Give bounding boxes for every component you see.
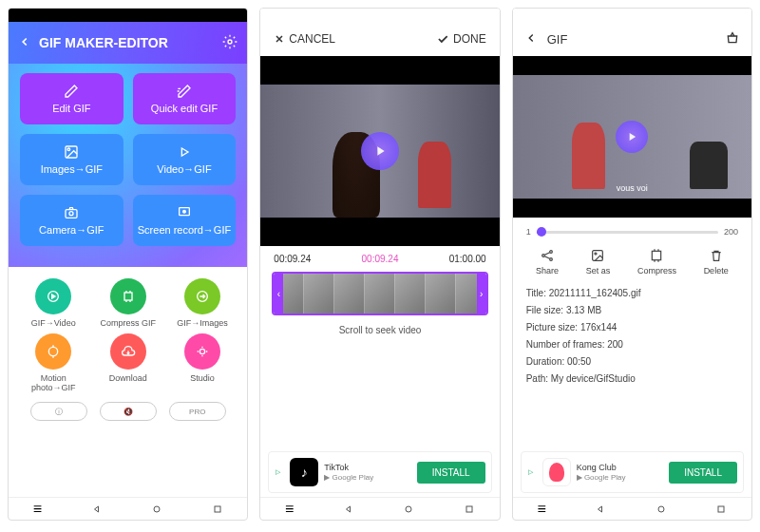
compress-button[interactable]: Compress [637, 248, 676, 276]
nav-recent-icon[interactable] [464, 504, 475, 515]
ad-install-button[interactable]: INSTALL [417, 462, 485, 484]
svg-point-0 [228, 40, 232, 44]
camera-label: Camera→GIF [39, 224, 104, 236]
settings-icon[interactable] [222, 34, 238, 52]
info-title: 20211111_162405.gif [549, 288, 641, 298]
scroll-hint: Scroll to seek video [260, 315, 499, 345]
video-frame[interactable] [260, 85, 499, 218]
status-bar [513, 9, 751, 22]
svg-point-17 [406, 506, 411, 512]
info-path: My device/GifStudio [551, 373, 636, 384]
play-button[interactable] [361, 132, 399, 170]
nav-home-icon[interactable] [403, 504, 414, 515]
trim-handle-left[interactable]: ‹ [274, 274, 283, 314]
nav-back-icon[interactable] [595, 504, 606, 515]
nav-menu-icon[interactable]: ≡ [285, 501, 294, 518]
timeline-strip[interactable]: ‹ › [272, 272, 487, 315]
cancel-button[interactable]: CANCEL [274, 32, 335, 46]
camera-to-gif-button[interactable]: Camera→GIF [20, 195, 124, 246]
app-header: GIF MAKER-EDITOR [9, 22, 247, 64]
share-button[interactable]: Share [536, 248, 559, 276]
android-nav: ≡ [9, 497, 247, 520]
info-size: 3.13 MB [566, 305, 601, 315]
svg-rect-27 [718, 506, 724, 512]
ad-app-icon [542, 458, 571, 486]
svg-point-5 [69, 212, 73, 216]
studio-button[interactable]: Studio [169, 333, 236, 392]
gif-to-images-button[interactable]: GIF→Images [169, 278, 236, 328]
download-icon [121, 344, 136, 359]
back-icon[interactable] [18, 35, 31, 51]
screen-record-button[interactable]: Screen record→GIF [133, 195, 237, 246]
frame-slider[interactable]: 1 200 [513, 218, 751, 240]
nav-recent-icon[interactable] [212, 504, 223, 515]
action-row: Share Set as Compress Delete [513, 240, 751, 283]
screen-label: Screen record→GIF [138, 224, 231, 236]
gif-to-video-button[interactable]: GIF→Video [20, 278, 86, 328]
detail-title: GIF [547, 32, 725, 47]
nav-recent-icon[interactable] [715, 504, 727, 515]
svg-point-24 [595, 253, 597, 255]
download-button[interactable]: Download [95, 333, 162, 392]
svg-point-20 [542, 255, 545, 257]
delete-button[interactable]: Delete [704, 248, 729, 276]
start-time: 00:09.24 [274, 254, 311, 264]
nav-menu-icon[interactable]: ≡ [33, 501, 42, 518]
pencil-icon [64, 84, 79, 99]
svg-marker-19 [630, 133, 636, 141]
ad-install-button[interactable]: INSTALL [669, 462, 737, 484]
setas-button[interactable]: Set as [586, 248, 611, 276]
edit-gif-button[interactable]: Edit GIF [20, 73, 124, 124]
images-to-gif-button[interactable]: Images→GIF [20, 134, 124, 185]
time-labels: 00:09.24 00:09.24 01:00.00 [260, 246, 499, 272]
ad-banner[interactable]: ▷ ♪ TikTok▶ Google Play INSTALL [268, 451, 491, 493]
gif-frame[interactable]: vous voi [513, 75, 751, 199]
svg-marker-3 [181, 148, 188, 156]
svg-rect-15 [215, 506, 220, 512]
android-nav: ≡ [513, 497, 751, 520]
trim-handle-right[interactable]: › [477, 274, 486, 314]
nav-home-icon[interactable] [151, 504, 162, 515]
status-bar [260, 9, 499, 22]
nav-home-icon[interactable] [656, 504, 667, 515]
image-icon [590, 248, 605, 263]
convert-icon [46, 289, 61, 304]
detail-header: GIF [513, 22, 751, 56]
back-icon[interactable] [524, 31, 538, 48]
main-tiles: Edit GIF Quick edit GIF Images→GIF Video… [9, 64, 247, 267]
image-icon [64, 144, 79, 160]
nav-menu-icon[interactable]: ≡ [537, 501, 545, 518]
video-caption: vous voi [617, 183, 648, 193]
compress-gif-button[interactable]: Compress GIF [95, 278, 162, 328]
compress-icon [649, 248, 664, 263]
quick-edit-button[interactable]: Quick edit GIF [133, 73, 237, 124]
trim-header: CANCEL DONE [260, 22, 499, 56]
svg-point-2 [67, 148, 70, 151]
slider-track[interactable] [537, 231, 718, 234]
ad-badge-icon: ▷ [275, 468, 284, 476]
info-pill[interactable]: ⓘ [30, 402, 87, 421]
svg-marker-9 [52, 294, 55, 298]
ad-banner[interactable]: ▷ Kong Club▶ Google Play INSTALL [521, 451, 744, 493]
images-label: Images→GIF [41, 163, 103, 175]
svg-rect-18 [466, 506, 472, 512]
nav-back-icon[interactable] [91, 504, 103, 515]
screen-trim-video: CANCEL DONE 00:09.24 00:09.24 01:00.00 ‹… [259, 8, 500, 521]
pro-pill[interactable]: PRO [169, 402, 226, 421]
export-icon [195, 289, 210, 304]
basket-icon[interactable] [725, 30, 740, 48]
motion-icon [46, 344, 61, 359]
gif-preview: vous voi [513, 56, 751, 218]
slider-knob[interactable] [537, 227, 546, 237]
pencil-fast-icon [177, 84, 192, 99]
done-button[interactable]: DONE [436, 32, 486, 46]
nav-back-icon[interactable] [343, 504, 354, 515]
motion-photo-button[interactable]: Motion photo→GIF [20, 333, 86, 392]
studio-icon [195, 344, 210, 359]
edit-gif-label: Edit GIF [52, 103, 90, 114]
android-nav: ≡ [260, 497, 499, 520]
svg-point-7 [183, 210, 186, 213]
video-to-gif-button[interactable]: Video→GIF [133, 134, 237, 185]
mute-pill[interactable]: 🔇 [100, 402, 157, 421]
play-button[interactable] [616, 121, 648, 153]
